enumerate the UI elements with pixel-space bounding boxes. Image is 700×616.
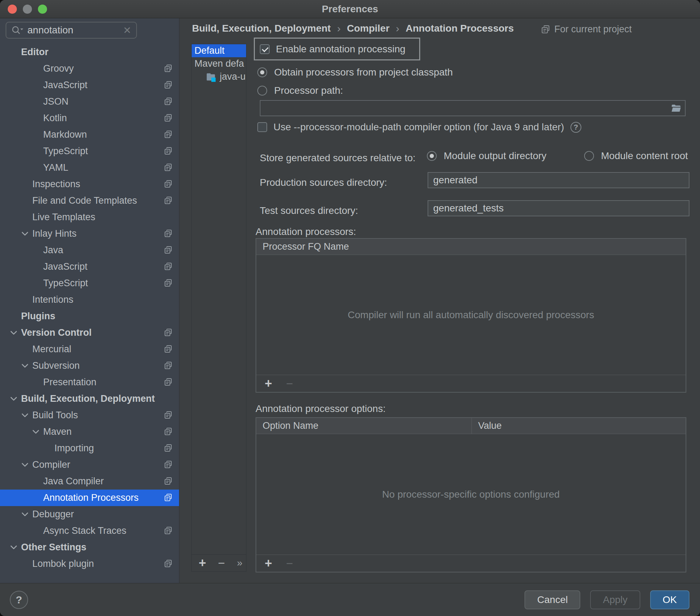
column-header[interactable]: Option Name [256, 418, 472, 434]
profile-item-label: Default [194, 45, 225, 56]
sidebar-item-typescript[interactable]: TypeScript [0, 275, 179, 291]
sidebar-item-maven[interactable]: Maven [0, 424, 179, 440]
chevron-down-icon[interactable] [31, 427, 40, 436]
chevron-down-icon[interactable] [9, 543, 18, 552]
sidebar-item-json[interactable]: JSON [0, 93, 179, 110]
apply-button[interactable]: Apply [590, 590, 640, 609]
chevron-down-icon[interactable] [20, 411, 29, 420]
settings-search-field[interactable]: annotation ✕ [6, 22, 137, 39]
minimize-window-button[interactable] [23, 5, 32, 14]
processor-path-input[interactable] [260, 103, 671, 114]
chevron-down-icon[interactable] [20, 361, 29, 370]
remove-processor-button[interactable]: − [286, 378, 293, 389]
breadcrumb-part[interactable]: Build, Execution, Deployment [192, 23, 331, 34]
add-processor-button[interactable]: + [265, 377, 272, 390]
sidebar-item-subversion[interactable]: Subversion [0, 358, 179, 374]
copy-pages-icon [164, 427, 172, 436]
processor-path-radio[interactable] [257, 86, 267, 96]
sidebar-item-label: Java Compiler [43, 476, 104, 487]
module-content-root-radio[interactable] [584, 151, 594, 161]
sidebar-item-intentions[interactable]: Intentions [0, 291, 179, 308]
sidebar-item-kotlin[interactable]: Kotlin [0, 110, 179, 126]
copy-pages-icon [164, 163, 172, 172]
sidebar-item-lombok-plugin[interactable]: Lombok plugin [0, 556, 179, 572]
chevron-down-icon[interactable] [9, 394, 18, 403]
production-dir-input[interactable] [428, 175, 689, 186]
profile-item-java-u[interactable]: java-u [192, 70, 246, 83]
breadcrumb-part[interactable]: Compiler [347, 23, 389, 34]
sidebar-item-compiler[interactable]: Compiler [0, 457, 179, 473]
sidebar-item-typescript[interactable]: TypeScript [0, 143, 179, 159]
help-button[interactable]: ? [10, 591, 28, 609]
processors-table-empty-text: Compiler will run all automatically disc… [256, 255, 686, 375]
sidebar-item-presentation[interactable]: Presentation [0, 374, 179, 391]
sidebar-item-markdown[interactable]: Markdown [0, 126, 179, 143]
sidebar-item-label: Java [43, 245, 63, 256]
sidebar-item-yaml[interactable]: YAML [0, 159, 179, 176]
sidebar-item-build-execution-deployment[interactable]: Build, Execution, Deployment [0, 391, 179, 407]
copy-pages-icon [164, 477, 172, 485]
sidebar-item-importing[interactable]: Importing [0, 440, 179, 457]
add-profile-button[interactable]: + [199, 557, 206, 569]
chevron-down-icon[interactable] [20, 229, 29, 238]
options-table-header: Option Name Value [256, 418, 686, 434]
chevron-down-icon[interactable] [20, 460, 29, 469]
column-header[interactable]: Value [472, 418, 502, 434]
sidebar-item-label: Live Templates [32, 212, 95, 223]
processors-table: Processor FQ Name Compiler will run all … [256, 238, 686, 393]
sidebar-item-file-and-code-templates[interactable]: File and Code Templates [0, 192, 179, 209]
chevron-down-icon[interactable] [9, 328, 18, 337]
sidebar-item-build-tools[interactable]: Build Tools [0, 407, 179, 424]
remove-profile-button[interactable]: − [218, 557, 225, 569]
module-output-directory-radio[interactable] [427, 151, 437, 161]
sidebar-item-label: File and Code Templates [32, 195, 137, 206]
test-dir-input[interactable] [428, 203, 689, 214]
breadcrumb-part[interactable]: Annotation Processors [406, 23, 514, 34]
sidebar-item-label: JavaScript [43, 80, 87, 91]
profiles-panel: DefaultMaven defajava-u + − » [191, 44, 246, 572]
sidebar-item-async-stack-traces[interactable]: Async Stack Traces [0, 523, 179, 539]
sidebar-item-debugger[interactable]: Debugger [0, 506, 179, 523]
column-header[interactable]: Processor FQ Name [256, 239, 349, 255]
sidebar-item-other-settings[interactable]: Other Settings [0, 539, 179, 556]
sidebar-item-mercurial[interactable]: Mercurial [0, 341, 179, 358]
obtain-processors-radio[interactable] [257, 67, 267, 77]
close-window-button[interactable] [8, 5, 17, 14]
zoom-window-button[interactable] [38, 5, 47, 14]
module-path-checkbox[interactable] [257, 122, 267, 132]
sidebar-item-inlay-hints[interactable]: Inlay Hints [0, 225, 179, 242]
enable-annotation-checkbox[interactable] [260, 44, 270, 54]
more-actions-button[interactable]: » [237, 558, 242, 568]
module-output-directory-label: Module output directory [444, 150, 547, 162]
store-relative-label: Store generated sources relative to: [260, 152, 416, 164]
sidebar-item-label: Maven [43, 426, 72, 437]
sidebar-item-version-control[interactable]: Version Control [0, 325, 179, 341]
help-icon[interactable]: ? [570, 122, 581, 133]
copy-pages-icon [164, 229, 172, 238]
settings-tree: EditorGroovyJavaScriptJSONKotlinMarkdown… [0, 44, 179, 572]
dialog-footer: ? Cancel Apply OK [0, 583, 700, 616]
clear-search-icon[interactable]: ✕ [123, 25, 131, 36]
cancel-button[interactable]: Cancel [524, 590, 580, 609]
browse-folder-icon[interactable] [671, 103, 681, 113]
sidebar-item-java-compiler[interactable]: Java Compiler [0, 473, 179, 490]
sidebar-item-inspections[interactable]: Inspections [0, 176, 179, 192]
sidebar-item-javascript[interactable]: JavaScript [0, 77, 179, 93]
sidebar-item-plugins[interactable]: Plugins [0, 308, 179, 325]
sidebar-item-annotation-processors[interactable]: Annotation Processors [0, 490, 179, 506]
ok-button[interactable]: OK [650, 590, 689, 609]
profile-item-default[interactable]: Default [192, 44, 246, 57]
sidebar-item-javascript[interactable]: JavaScript [0, 258, 179, 275]
chevron-down-icon[interactable] [20, 510, 29, 519]
sidebar-item-live-templates[interactable]: Live Templates [0, 209, 179, 225]
sidebar-item-label: JSON [43, 96, 68, 107]
sidebar-item-groovy[interactable]: Groovy [0, 60, 179, 77]
sidebar-item-label: Plugins [21, 311, 55, 322]
profile-item-maven-defa[interactable]: Maven defa [192, 57, 246, 70]
sidebar-item-editor[interactable]: Editor [0, 44, 179, 60]
copy-pages-icon [541, 25, 550, 34]
add-option-button[interactable]: + [265, 557, 272, 570]
sidebar-item-java[interactable]: Java [0, 242, 179, 258]
remove-option-button[interactable]: − [286, 557, 293, 569]
search-input[interactable]: annotation [27, 25, 123, 36]
